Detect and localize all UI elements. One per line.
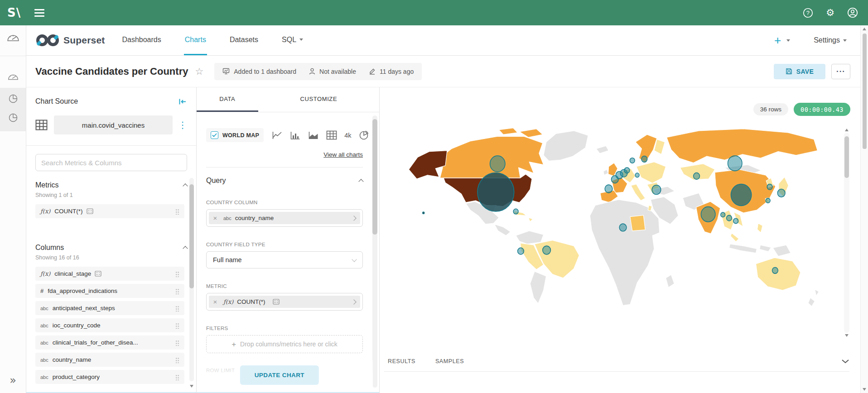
map-region-israel[interactable]	[648, 205, 652, 211]
country-column-control[interactable]: × abc country_name	[206, 209, 363, 227]
nav-item-dashboards[interactable]: Dashboards	[121, 25, 162, 55]
more-actions-button[interactable]: ···	[831, 64, 850, 79]
collapse-query-icon[interactable]	[358, 179, 363, 184]
map-region-africa[interactable]	[590, 200, 660, 306]
map-bubble[interactable]	[635, 173, 639, 177]
table-chart-icon[interactable]	[326, 130, 337, 140]
map-region-greenland[interactable]	[544, 131, 588, 161]
meta-dashboards[interactable]: Added to 1 dashboard	[222, 68, 296, 75]
world-map-chart[interactable]	[386, 122, 833, 344]
column-item[interactable]: #fda_approved_indications	[35, 284, 184, 298]
recent-chart-icon[interactable]	[0, 93, 26, 104]
map-bubble[interactable]	[767, 184, 772, 190]
tab-samples[interactable]: SAMPLES	[435, 358, 464, 364]
source-panel-scrollbar[interactable]	[189, 178, 194, 381]
metric-item[interactable]: ƒ(x)COUNT(*)	[35, 204, 184, 218]
map-region-brazil[interactable]	[535, 240, 579, 278]
map-bubble[interactable]	[624, 168, 630, 173]
column-item[interactable]: abcclinical_trials_for_other_disea...	[35, 335, 184, 350]
metric-control[interactable]: × ƒ(x) COUNT(*)	[206, 293, 363, 311]
superset-mini-logo[interactable]: S\	[7, 6, 21, 19]
map-region-new-zealand[interactable]	[808, 298, 815, 307]
collapse-results-icon[interactable]	[841, 359, 849, 364]
map-bubble[interactable]	[490, 156, 505, 172]
settings-menu[interactable]: Settings	[814, 36, 847, 44]
map-bubble[interactable]	[619, 224, 627, 231]
map-bubble[interactable]	[652, 185, 661, 195]
map-region-egypt[interactable]	[630, 215, 645, 230]
scrollbar-thumb[interactable]	[863, 34, 867, 149]
tab-data[interactable]: DATA	[197, 87, 258, 112]
map-region-central-america[interactable]	[494, 224, 510, 235]
map-region-eastern-europe[interactable]	[637, 162, 666, 183]
new-item-menu[interactable]: +	[774, 34, 790, 46]
map-bubble[interactable]	[727, 215, 732, 221]
scroll-down-icon[interactable]	[190, 385, 193, 388]
map-bubble[interactable]	[728, 156, 743, 171]
meta-modified[interactable]: 11 days ago	[369, 68, 414, 75]
nav-item-charts[interactable]: Charts	[184, 25, 207, 55]
map-region-iceland[interactable]	[596, 146, 609, 153]
scroll-down-icon[interactable]	[863, 388, 866, 391]
recent-dashboard-icon[interactable]	[0, 72, 26, 81]
drag-handle-icon[interactable]	[175, 322, 179, 329]
bar-chart-icon[interactable]	[290, 130, 301, 140]
save-button[interactable]: SAVE	[774, 64, 825, 79]
map-region-colombia-venezuela[interactable]	[516, 231, 544, 244]
controls-scrollbar[interactable]	[372, 115, 377, 388]
map-region-philippines[interactable]	[757, 223, 763, 233]
menu-hamburger-icon[interactable]	[34, 7, 44, 19]
viz-type-world-map[interactable]: WORLD MAP	[206, 128, 264, 142]
tab-results[interactable]: RESULTS	[388, 358, 415, 364]
help-icon[interactable]: ?	[803, 8, 813, 18]
map-region-ireland[interactable]	[603, 169, 608, 175]
map-bubble[interactable]	[605, 185, 612, 193]
column-item[interactable]: abcproduct_category	[35, 370, 184, 384]
map-region-new-zealand-north[interactable]	[815, 289, 819, 296]
map-region-italy[interactable]	[631, 184, 646, 201]
map-region-new-guinea[interactable]	[773, 245, 791, 256]
area-chart-icon[interactable]	[308, 130, 319, 140]
chart-scrollbar[interactable]	[844, 129, 849, 337]
map-region-australia[interactable]	[756, 258, 801, 290]
superset-brand[interactable]: Superset	[35, 34, 105, 47]
map-bubble[interactable]	[772, 268, 778, 274]
map-bubble[interactable]	[766, 198, 770, 203]
map-bubble[interactable]	[694, 173, 700, 180]
scroll-up-icon[interactable]	[845, 129, 849, 131]
nav-item-datasets[interactable]: Datasets	[229, 25, 259, 55]
map-region-russia[interactable]	[667, 129, 818, 163]
line-chart-icon[interactable]	[272, 130, 283, 140]
scroll-down-icon[interactable]	[845, 334, 849, 337]
expand-rail-icon[interactable]: »	[0, 374, 26, 387]
drag-handle-icon[interactable]	[175, 271, 179, 277]
map-region-madagascar[interactable]	[666, 275, 675, 288]
recent-chart-icon[interactable]	[0, 112, 26, 123]
map-region-indonesia-east[interactable]	[759, 245, 771, 252]
dashboard-gauge-icon[interactable]	[0, 33, 26, 43]
collapse-panel-icon[interactable]	[178, 98, 187, 105]
map-bubble[interactable]	[477, 173, 514, 211]
column-item[interactable]: ƒ(x)clinical_stage	[35, 267, 184, 281]
remove-value-icon[interactable]: ×	[209, 214, 222, 222]
map-region-canada-islands[interactable]	[520, 129, 543, 138]
favorite-star-icon[interactable]: ☆	[195, 66, 203, 77]
map-region-indonesia[interactable]	[729, 244, 757, 253]
checkbox-checked-icon[interactable]	[211, 131, 218, 139]
map-bubble[interactable]	[423, 212, 424, 214]
meta-owner[interactable]: Not available	[309, 68, 356, 75]
map-bubble[interactable]	[518, 248, 524, 254]
dataset-options-icon[interactable]: ⋮	[178, 120, 187, 129]
map-region-canada[interactable]	[438, 136, 543, 178]
nav-item-sql[interactable]: SQL	[281, 25, 304, 55]
scrollbar-thumb[interactable]	[189, 184, 194, 288]
open-control-icon[interactable]	[347, 300, 360, 304]
map-region-malaysia[interactable]	[730, 233, 739, 242]
map-region-caribbean[interactable]	[528, 218, 533, 222]
map-bubble[interactable]	[777, 189, 785, 197]
user-avatar-icon[interactable]	[847, 7, 858, 18]
view-all-charts-link[interactable]: View all charts	[323, 151, 363, 158]
dataset-name[interactable]: main.covid_vaccines	[54, 115, 173, 134]
map-bubble[interactable]	[733, 218, 738, 223]
map-region-canada-islands[interactable]	[499, 128, 517, 135]
